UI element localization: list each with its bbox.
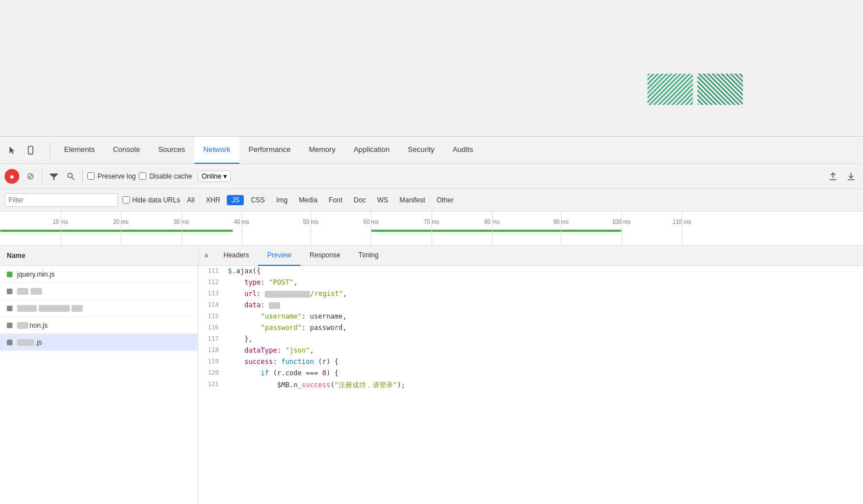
file-item-common[interactable]: non.js bbox=[0, 317, 198, 334]
preserve-log-label[interactable]: Preserve log bbox=[87, 172, 136, 180]
disable-cache-checkbox[interactable] bbox=[139, 172, 146, 180]
network-toolbar: ● ⊘ Preserve log Disable cache bbox=[0, 164, 863, 189]
hide-data-urls-checkbox[interactable] bbox=[122, 196, 130, 204]
throttle-label: Online bbox=[202, 172, 222, 180]
code-line-112: 112 type: "POST", bbox=[198, 277, 863, 289]
tab-network[interactable]: Network bbox=[194, 137, 240, 164]
tab-elements[interactable]: Elements bbox=[55, 137, 104, 164]
file-item-2[interactable] bbox=[0, 283, 198, 300]
import-har-button[interactable] bbox=[826, 169, 840, 184]
detail-tab-headers[interactable]: Headers bbox=[214, 245, 258, 266]
code-line-113: 113 url: /regist", bbox=[198, 289, 863, 300]
file-item-selected[interactable]: .js bbox=[0, 334, 198, 351]
mobile-icon[interactable] bbox=[23, 142, 39, 158]
tab-audits[interactable]: Audits bbox=[443, 137, 482, 164]
devtools-tab-bar: Elements Console Sources Network Perform… bbox=[0, 137, 863, 164]
filter-all[interactable]: All bbox=[183, 195, 199, 205]
file-item-3[interactable] bbox=[0, 300, 198, 317]
code-line-116: 116 "password": password, bbox=[198, 323, 863, 334]
tab-application[interactable]: Application bbox=[345, 137, 399, 164]
filter-input[interactable] bbox=[5, 193, 118, 207]
captcha-image-2 bbox=[697, 74, 743, 105]
file-name-5: .js bbox=[17, 338, 42, 346]
file-name-3 bbox=[17, 305, 83, 312]
code-line-120: 120 if (r.code === 0) { bbox=[198, 368, 863, 379]
filter-img[interactable]: Img bbox=[272, 195, 292, 205]
disable-cache-label[interactable]: Disable cache bbox=[139, 172, 192, 180]
detail-close-button[interactable]: × bbox=[201, 250, 212, 261]
filter-doc[interactable]: Doc bbox=[349, 195, 370, 205]
network-timeline: 10 ms 20 ms 30 ms 40 ms 50 ms 60 ms 70 m… bbox=[0, 211, 863, 245]
content-area: Name jquery.min.js bbox=[0, 245, 863, 504]
filter-media[interactable]: Media bbox=[294, 195, 322, 205]
timeline-bar-1 bbox=[0, 230, 233, 232]
filter-manifest[interactable]: Manifest bbox=[395, 195, 430, 205]
preserve-log-checkbox[interactable] bbox=[87, 172, 95, 180]
file-status-dot-1 bbox=[7, 272, 12, 277]
code-line-114: 114 data: bbox=[198, 300, 863, 311]
filter-other[interactable]: Other bbox=[432, 195, 458, 205]
detail-panel: × Headers Preview Response Timing 111 $.… bbox=[198, 245, 863, 504]
preserve-log-text: Preserve log bbox=[98, 172, 136, 180]
timeline-gridline-2 bbox=[121, 211, 121, 245]
timeline-gridline-8 bbox=[492, 211, 493, 245]
file-status-dot-5 bbox=[7, 340, 12, 345]
hide-data-urls-label[interactable]: Hide data URLs bbox=[122, 196, 180, 204]
timeline-gridline-6 bbox=[371, 211, 371, 245]
timeline-gridline-7 bbox=[432, 211, 432, 245]
svg-point-1 bbox=[30, 152, 31, 153]
svg-point-2 bbox=[68, 173, 73, 177]
filter-css[interactable]: CSS bbox=[246, 195, 269, 205]
file-name-4: non.js bbox=[17, 321, 48, 329]
filter-xhr[interactable]: XHR bbox=[201, 195, 225, 205]
file-panel-header: Name bbox=[0, 245, 198, 266]
file-item-jquery[interactable]: jquery.min.js bbox=[0, 266, 198, 283]
tab-memory[interactable]: Memory bbox=[300, 137, 345, 164]
file-status-dot-3 bbox=[7, 306, 12, 311]
filter-icon[interactable] bbox=[47, 170, 61, 183]
timeline-gridline-11 bbox=[682, 211, 682, 245]
timeline-gridline-1 bbox=[61, 211, 61, 245]
detail-tab-preview[interactable]: Preview bbox=[258, 245, 301, 266]
record-button[interactable]: ● bbox=[5, 169, 19, 184]
filter-js[interactable]: JS bbox=[227, 195, 244, 205]
code-viewer[interactable]: 111 $.ajax({ 112 type: "POST", 113 url: … bbox=[198, 266, 863, 504]
file-status-dot-4 bbox=[7, 323, 12, 328]
browser-viewport bbox=[0, 0, 863, 136]
clear-button[interactable]: ⊘ bbox=[23, 169, 37, 184]
throttle-select[interactable]: Online ▾ bbox=[198, 171, 231, 182]
code-line-111: 111 $.ajax({ bbox=[198, 266, 863, 277]
detail-tab-timing[interactable]: Timing bbox=[349, 245, 388, 266]
search-icon[interactable] bbox=[64, 170, 78, 183]
timeline-gridline-10 bbox=[621, 211, 622, 245]
filter-ws[interactable]: WS bbox=[373, 195, 392, 205]
cursor-icon[interactable] bbox=[5, 142, 20, 158]
tab-console[interactable]: Console bbox=[104, 137, 149, 164]
code-line-119: 119 success: function (r) { bbox=[198, 357, 863, 368]
tab-bar-separator-1 bbox=[50, 142, 50, 158]
toolbar-separator-1 bbox=[42, 170, 43, 183]
tab-security[interactable]: Security bbox=[399, 137, 443, 164]
name-column-header: Name bbox=[7, 252, 26, 260]
detail-tab-response[interactable]: Response bbox=[301, 245, 349, 266]
filter-font[interactable]: Font bbox=[324, 195, 347, 205]
timeline-bar-2 bbox=[371, 230, 621, 232]
timeline-gridline-9 bbox=[561, 211, 561, 245]
code-line-117: 117 }, bbox=[198, 334, 863, 345]
timeline-gridline-3 bbox=[181, 211, 182, 245]
captcha-image-1 bbox=[648, 74, 693, 105]
tab-performance[interactable]: Performance bbox=[239, 137, 299, 164]
throttle-chevron-icon: ▾ bbox=[223, 172, 227, 180]
svg-line-3 bbox=[72, 177, 74, 180]
export-har-button[interactable] bbox=[844, 169, 858, 184]
code-line-115: 115 "username": username, bbox=[198, 311, 863, 323]
devtools-panel: Elements Console Sources Network Perform… bbox=[0, 136, 863, 504]
filter-bar: Hide data URLs All XHR JS CSS Img Media … bbox=[0, 189, 863, 211]
tab-sources[interactable]: Sources bbox=[149, 137, 194, 164]
code-line-118: 118 dataType: "json", bbox=[198, 345, 863, 357]
file-status-dot-2 bbox=[7, 289, 12, 294]
code-line-121: 121 $MB.n_success("注册成功，请登录"); bbox=[198, 379, 863, 391]
file-list-panel: Name jquery.min.js bbox=[0, 245, 198, 504]
hide-data-urls-text: Hide data URLs bbox=[132, 196, 180, 204]
file-name-2 bbox=[17, 288, 42, 295]
